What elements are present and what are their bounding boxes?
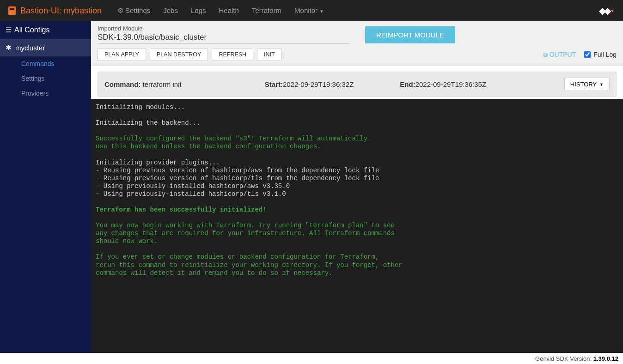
sidebar-cluster-label: mycluster: [15, 44, 45, 52]
sidebar: ☰ All Configs ✱ mycluster Commands Setti…: [0, 21, 91, 353]
imported-module-input[interactable]: [98, 32, 349, 43]
status-start: Start:2022-09-29T19:36:32Z: [265, 80, 354, 88]
main-panel: Imported Module REIMPORT MODULE PLAN APP…: [91, 21, 623, 353]
nav-settings-label: Settings: [125, 6, 150, 14]
list-icon: ☰: [6, 26, 11, 34]
sidebar-item-settings[interactable]: Settings: [0, 71, 91, 86]
output-link-label: OUTPUT: [550, 51, 576, 58]
plan-destroy-button[interactable]: PLAN DESTROY: [150, 48, 208, 61]
caret-down-icon: ▼: [319, 9, 324, 14]
history-button[interactable]: HISTORY ▼: [564, 78, 610, 91]
external-link-icon: ⧉: [543, 51, 548, 59]
module-toolbar: Imported Module REIMPORT MODULE PLAN APP…: [91, 21, 623, 66]
footer: Genvid SDK Version: 1.39.0.12: [0, 353, 623, 364]
refresh-button[interactable]: REFRESH: [212, 48, 253, 61]
history-button-label: HISTORY: [570, 81, 597, 88]
sidebar-cluster[interactable]: ✱ mycluster: [0, 39, 91, 56]
top-nav: Bastion-UI: mybastion ⚙Settings Jobs Log…: [0, 0, 623, 21]
asterisk-icon: ✱: [6, 43, 12, 52]
reimport-module-button[interactable]: REIMPORT MODULE: [365, 26, 455, 43]
caret-down-icon[interactable]: ▼: [610, 8, 615, 13]
sidebar-all-configs[interactable]: ☰ All Configs: [0, 21, 91, 39]
brand-text: Bastion-UI: mybastion: [20, 6, 102, 16]
nav-logs[interactable]: Logs: [184, 0, 213, 21]
nav-monitor[interactable]: Monitor▼: [288, 0, 330, 21]
output-link[interactable]: ⧉ OUTPUT: [543, 51, 576, 59]
full-log-checkbox[interactable]: [584, 51, 591, 58]
imported-module-label: Imported Module: [98, 25, 349, 32]
footer-version: 1.39.0.12: [593, 355, 618, 362]
caret-down-icon: ▼: [599, 82, 604, 87]
full-log-label: Full Log: [593, 51, 617, 58]
sidebar-item-commands[interactable]: Commands: [0, 56, 91, 71]
brand-link[interactable]: Bastion-UI: mybastion: [4, 6, 106, 16]
nav-settings[interactable]: ⚙Settings: [111, 0, 157, 21]
topnav-right: ◆◆ ▼: [599, 5, 619, 16]
gear-icon: ⚙: [117, 6, 123, 14]
status-command: Command: terraform init: [104, 80, 182, 88]
nav-health[interactable]: Health: [213, 0, 245, 21]
topnav-items: ⚙Settings Jobs Logs Health Terraform Mon…: [111, 0, 330, 21]
nav-jobs[interactable]: Jobs: [157, 0, 184, 21]
footer-label: Genvid SDK Version:: [535, 355, 593, 362]
imported-module-field: Imported Module: [98, 25, 349, 43]
bastion-icon: [8, 6, 16, 15]
genvid-logo-icon[interactable]: ◆◆: [599, 5, 609, 16]
status-end: End:2022-09-29T19:36:35Z: [400, 80, 486, 88]
sidebar-all-configs-label: All Configs: [14, 26, 49, 34]
nav-terraform[interactable]: Terraform: [245, 0, 288, 21]
full-log-toggle[interactable]: Full Log: [584, 51, 617, 58]
plan-apply-button[interactable]: PLAN APPLY: [98, 48, 146, 61]
command-status-bar: Command: terraform init Start:2022-09-29…: [98, 72, 617, 97]
terminal-output[interactable]: Initializing modules... Initializing the…: [91, 99, 623, 353]
nav-monitor-label: Monitor: [294, 6, 318, 14]
init-button[interactable]: INIT: [257, 48, 282, 61]
sidebar-item-providers[interactable]: Providers: [0, 86, 91, 101]
